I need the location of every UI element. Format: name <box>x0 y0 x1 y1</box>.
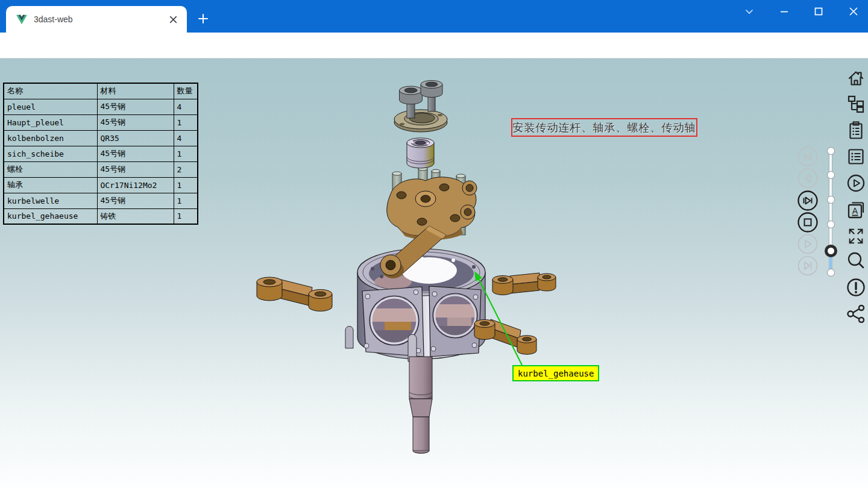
bom-header-row: 名称 材料 数量 <box>4 83 198 99</box>
play-animation-icon[interactable] <box>846 174 866 193</box>
table-row: pleuel 45号钢 4 <box>4 99 198 114</box>
cell-material: OCr17Ni12Mo2 <box>97 177 174 193</box>
window-maximize-icon[interactable] <box>812 5 825 18</box>
part-bearing[interactable] <box>407 138 434 168</box>
zoom-search-icon[interactable] <box>846 251 866 271</box>
seek-tick[interactable] <box>827 147 835 155</box>
cell-name: kurbel_gehaeuse <box>4 208 97 224</box>
cell-name: kolbenbolzen <box>4 130 97 146</box>
warning-info-icon[interactable] <box>846 278 866 297</box>
cell-name: Haupt_pleuel <box>4 114 97 130</box>
part-washer-sich-scheibe[interactable] <box>394 110 447 132</box>
part-rod-pleuel-right-top[interactable] <box>492 273 556 295</box>
assembly-step-annotation: 安装传动连杆、轴承、螺栓、传动轴 <box>511 118 697 137</box>
new-tab-button[interactable] <box>195 10 212 27</box>
cell-qty: 1 <box>174 114 198 130</box>
window-minimize-icon[interactable] <box>778 5 791 18</box>
col-header-material: 材料 <box>97 83 174 99</box>
table-row: 螺栓 45号钢 2 <box>4 161 198 177</box>
step-play-button[interactable] <box>797 190 818 211</box>
browser-toolbar: 不安全 192.168.30.157:11182/index.html?view… <box>0 33 868 58</box>
cell-qty: 1 <box>174 177 198 193</box>
annotation-toggle-icon[interactable]: A <box>846 199 866 219</box>
table-row: kolbenbolzen QR35 4 <box>4 130 198 146</box>
share-model-icon[interactable] <box>846 304 866 323</box>
cell-material: 45号钢 <box>97 146 174 161</box>
tab-strip: 3dast-web <box>0 0 868 33</box>
cell-name: sich_scheibe <box>4 146 97 161</box>
tab-search-icon[interactable] <box>743 5 756 18</box>
part-housing-kurbel-gehaeuse[interactable] <box>345 249 485 361</box>
fit-fullscreen-icon[interactable] <box>846 225 866 247</box>
annotation-letter: A <box>852 206 858 216</box>
cell-qty: 1 <box>174 208 198 224</box>
part-label-kurbel-gehaeuse[interactable]: kurbel_gehaeuse <box>512 365 599 381</box>
table-row: Haupt_pleuel 45号钢 1 <box>4 114 198 130</box>
browser-tab[interactable]: 3dast-web <box>6 6 187 33</box>
cell-material: 45号钢 <box>97 114 174 130</box>
tab-title: 3dast-web <box>34 14 168 24</box>
step-list-icon[interactable] <box>846 147 866 166</box>
cell-name: 轴承 <box>4 177 97 193</box>
bom-table: 名称 材料 数量 pleuel 45号钢 4 Haupt_pleuel 45号钢… <box>3 83 198 225</box>
seek-tick[interactable] <box>827 269 835 277</box>
step-back-button[interactable] <box>797 168 818 189</box>
table-row: kurbel_gehaeuse 铸铁 1 <box>4 208 198 224</box>
vue-favicon-icon <box>16 14 27 25</box>
table-row: sich_scheibe 45号钢 1 <box>4 146 198 161</box>
cell-qty: 2 <box>174 161 198 177</box>
skip-end-button[interactable] <box>797 255 818 276</box>
cell-material: 45号钢 <box>97 193 174 208</box>
play-button[interactable] <box>797 234 818 254</box>
cell-name: 螺栓 <box>4 161 97 177</box>
cell-material: QR35 <box>97 130 174 146</box>
part-bolt-right[interactable] <box>421 81 442 112</box>
table-row: 轴承 OCr17Ni12Mo2 1 <box>4 177 198 193</box>
window-close-icon[interactable] <box>847 5 860 18</box>
cell-material: 45号钢 <box>97 99 174 114</box>
tab-close-icon[interactable] <box>168 14 178 25</box>
part-rod-pleuel-right-bottom[interactable] <box>474 319 536 354</box>
cell-name: pleuel <box>4 99 97 114</box>
seek-tick[interactable] <box>827 196 835 204</box>
seek-tick[interactable] <box>827 221 835 228</box>
col-header-qty: 数量 <box>174 83 198 99</box>
cell-material: 铸铁 <box>97 208 174 224</box>
seek-handle[interactable] <box>825 245 837 257</box>
seek-tick[interactable] <box>827 171 835 179</box>
cell-name: kurbelwelle <box>4 193 97 208</box>
clipboard-list-icon[interactable] <box>846 120 866 140</box>
skip-start-button[interactable] <box>797 146 818 167</box>
part-shaft-kurbelwelle[interactable] <box>409 357 432 454</box>
cell-qty: 4 <box>174 130 198 146</box>
part-rod-pleuel-left[interactable] <box>257 277 332 311</box>
cell-qty: 1 <box>174 146 198 161</box>
assembly-tree-icon[interactable] <box>846 94 866 113</box>
cell-qty: 4 <box>174 99 198 114</box>
browser-window: 3dast-web <box>0 0 868 488</box>
cell-material: 45号钢 <box>97 161 174 177</box>
col-header-name: 名称 <box>4 83 97 99</box>
home-icon[interactable] <box>846 69 866 88</box>
cell-qty: 1 <box>174 193 198 208</box>
table-row: kurbelwelle 45号钢 1 <box>4 193 198 208</box>
stop-button[interactable] <box>797 212 818 233</box>
